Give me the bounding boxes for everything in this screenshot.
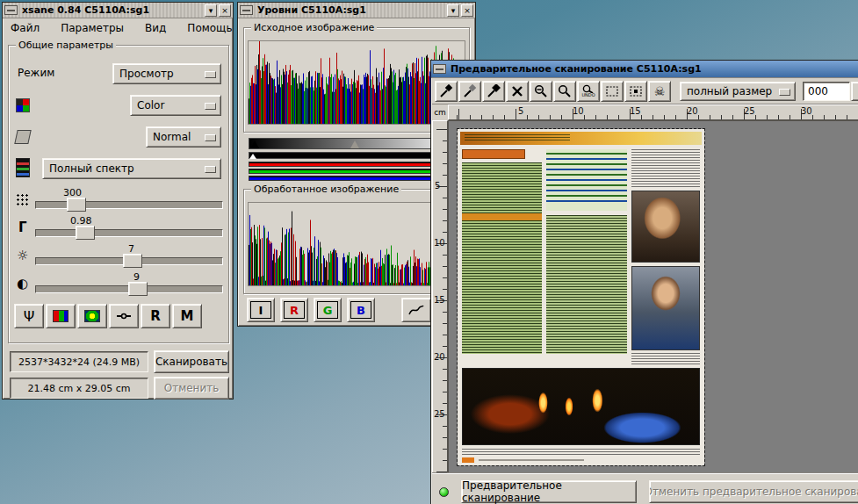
medium-icon	[16, 158, 30, 177]
size-info-field: 21.48 cm x 29.05 cm	[10, 378, 148, 399]
gamma-trough[interactable]	[35, 229, 223, 237]
page-photo-candles	[462, 368, 700, 445]
preview-canvas[interactable]	[448, 120, 858, 473]
memory-button[interactable]: M	[172, 304, 202, 328]
v-ruler-label: 15	[434, 295, 445, 305]
gamma-slider[interactable]: 0.98	[35, 214, 223, 241]
rotation-field[interactable]: 000	[803, 82, 850, 101]
v-ruler-label: 10	[434, 238, 445, 248]
shade-icon[interactable]: ▾	[205, 4, 217, 17]
page-photo-portrait-1	[631, 191, 700, 263]
contrast-thumb[interactable]	[128, 282, 148, 296]
black-point-pipette-button[interactable]	[482, 81, 505, 102]
preview-titlebar[interactable]: Предварительное сканирование C5110A:sg1	[431, 61, 858, 78]
processed-frame-label: Обработанное изображение	[251, 184, 401, 195]
gamma-curve-button[interactable]	[401, 298, 431, 322]
xsane-window-title: xsane 0.84 C5110A:sg1	[19, 4, 149, 16]
zoom-full-button[interactable]	[506, 81, 529, 102]
channel-red-toggle[interactable]: R	[280, 298, 308, 322]
xsane-main-window: xsane 0.84 C5110A:sg1 ▾ × Файл Параметры…	[2, 2, 234, 400]
general-options-frame: Общие параметры Режим Просмотр Color Nor…	[8, 45, 229, 343]
cancel-preview-button[interactable]: Отменить предварительное сканирование	[649, 480, 858, 503]
source-value: Normal	[153, 131, 191, 143]
window-menu-icon[interactable]	[433, 64, 446, 74]
mode-value: Просмотр	[119, 68, 174, 80]
zoom-undo-button[interactable]: UNDO	[577, 81, 600, 102]
delete-preview-cache-button[interactable]: ☠	[648, 81, 671, 102]
channel-red-label: R	[290, 304, 299, 317]
xsane-titlebar[interactable]: xsane 0.84 C5110A:sg1 ▾ ×	[3, 3, 233, 18]
zoom-in-button[interactable]	[553, 81, 576, 102]
resolution-thumb[interactable]	[67, 198, 86, 212]
brightness-slider[interactable]: 7	[35, 242, 223, 269]
magnifier-icon	[558, 84, 572, 98]
preview-window-title: Предварительное сканирование C5110A:sg1	[448, 63, 702, 75]
window-menu-icon[interactable]	[240, 5, 253, 15]
acquire-preview-button[interactable]: Предварительное сканирование	[461, 480, 637, 503]
autoraise-area-button[interactable]	[624, 81, 647, 102]
close-icon[interactable]: ×	[219, 4, 231, 17]
page-header-text	[465, 134, 570, 141]
autoselect-area-button[interactable]	[601, 81, 624, 102]
size-info-text: 21.48 cm x 29.05 cm	[27, 383, 130, 394]
brightness-thumb[interactable]	[123, 254, 142, 268]
min-handle[interactable]	[249, 154, 256, 159]
image-info-field: 2537*3432*24 (24.9 MB)	[10, 351, 148, 372]
levels-titlebar[interactable]: Уровни C5110A:sg1 ▾ ×	[238, 3, 475, 18]
gamma-thumb[interactable]	[76, 226, 95, 240]
channel-intensity-toggle[interactable]: I	[247, 298, 275, 322]
gamma-point-handle[interactable]	[350, 140, 359, 148]
status-led	[439, 487, 449, 497]
restore-label: R	[150, 308, 161, 324]
scanmode-dropdown[interactable]: Color	[130, 95, 221, 116]
resolution-trough[interactable]	[35, 201, 223, 209]
gamma-icon: Γ	[18, 220, 27, 235]
menu-view[interactable]: Вид	[145, 22, 166, 34]
source-dropdown[interactable]: Normal	[146, 126, 221, 148]
x-icon	[511, 85, 523, 97]
window-menu-icon[interactable]	[4, 5, 18, 15]
menu-preferences[interactable]: Параметры	[61, 22, 124, 34]
auto-enhance-button[interactable]	[77, 304, 107, 328]
preview-toolbar: UNDO ☠ полный размер 000	[432, 78, 858, 104]
channel-blue-toggle[interactable]: B	[347, 298, 375, 322]
shade-icon[interactable]: ▾	[447, 4, 459, 17]
gray-point-pipette-button[interactable]	[458, 81, 481, 102]
raise-area-icon	[629, 85, 643, 97]
page-footer-line	[479, 459, 584, 461]
h-ruler-label: 30	[801, 106, 812, 116]
medium-dropdown[interactable]: Полный спектр	[42, 158, 221, 179]
image-info-text: 2537*3432*24 (24.9 MB)	[18, 356, 140, 368]
rotation-value: 000	[808, 85, 828, 97]
white-point-pipette-button[interactable]	[435, 81, 458, 102]
zoom-out-button[interactable]	[530, 81, 552, 102]
menu-help[interactable]: Помощь	[187, 22, 232, 34]
close-icon[interactable]: ×	[461, 4, 473, 17]
restore-button[interactable]: R	[141, 304, 170, 328]
zoom-level-dropdown[interactable]: полный размер	[680, 82, 796, 101]
default-enhance-button[interactable]	[109, 304, 139, 328]
select-area-icon	[605, 85, 619, 97]
preview-window: Предварительное сканирование C5110A:sg1	[430, 60, 858, 504]
resolution-slider[interactable]: 300	[35, 186, 223, 212]
mode-dropdown[interactable]: Просмотр	[112, 63, 221, 84]
channel-green-toggle[interactable]: G	[314, 298, 342, 322]
scan-button[interactable]: Сканировать	[154, 350, 229, 373]
psi-icon: Ψ	[24, 308, 35, 325]
xsane-psi-button[interactable]: Ψ	[14, 304, 44, 328]
scanned-page[interactable]	[458, 129, 704, 465]
h-ruler-label: 5	[518, 106, 523, 116]
channel-green-label: G	[323, 304, 333, 317]
contrast-icon: ◐	[17, 276, 28, 292]
scan-source-icon	[14, 130, 31, 144]
memory-label: M	[181, 308, 194, 324]
v-ruler-label: 5	[435, 181, 440, 191]
horizontal-ruler: 5 10 15 20 25 30	[448, 104, 858, 120]
contrast-slider[interactable]: 9	[35, 270, 223, 297]
cancel-preview-label: Отменить предварительное сканирование	[649, 486, 858, 498]
rotation-spinner[interactable]	[851, 82, 858, 101]
cancel-scan-button[interactable]: Отменить	[154, 377, 229, 400]
menu-file[interactable]: Файл	[11, 22, 40, 34]
black-point-handle[interactable]	[250, 140, 259, 148]
rgb-gamma-button[interactable]	[46, 304, 76, 328]
